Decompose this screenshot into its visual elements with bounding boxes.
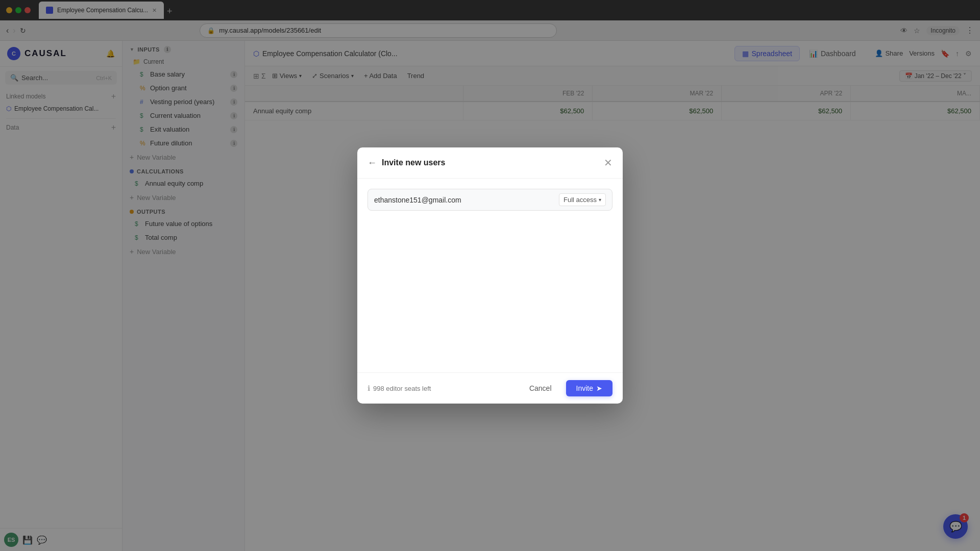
modal-overlay: ← Invite new users ✕ Full access ▾ ℹ 998… [0, 0, 980, 551]
invite-button[interactable]: Invite ➤ [566, 380, 612, 396]
access-chevron-icon: ▾ [599, 197, 601, 203]
invite-modal: ← Invite new users ✕ Full access ▾ ℹ 998… [357, 147, 623, 404]
invite-label: Invite [576, 384, 593, 392]
modal-title: Invite new users [382, 158, 599, 167]
cancel-button[interactable]: Cancel [520, 380, 561, 396]
access-label: Full access [564, 196, 597, 204]
info-circle-icon: ℹ [368, 384, 370, 392]
modal-header: ← Invite new users ✕ [357, 147, 623, 179]
seats-text: 998 editor seats left [373, 385, 431, 392]
seats-info: ℹ 998 editor seats left [368, 384, 431, 392]
modal-close-button[interactable]: ✕ [604, 157, 612, 169]
access-dropdown[interactable]: Full access ▾ [559, 193, 606, 206]
modal-body: Full access ▾ [357, 179, 623, 372]
modal-back-button[interactable]: ← [368, 158, 377, 168]
email-input[interactable] [374, 196, 555, 204]
modal-footer: ℹ 998 editor seats left Cancel Invite ➤ [357, 372, 623, 404]
send-icon: ➤ [596, 384, 602, 392]
email-input-row: Full access ▾ [368, 189, 612, 211]
modal-action-buttons: Cancel Invite ➤ [520, 380, 612, 396]
